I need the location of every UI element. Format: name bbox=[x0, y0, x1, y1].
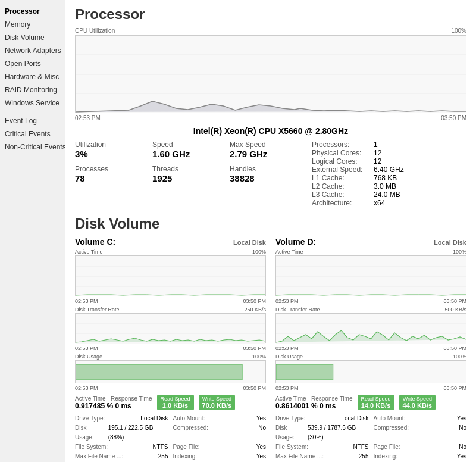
volume-c-auto-mount: Auto Mount: Yes bbox=[173, 414, 267, 423]
volume-c-active-time-stat: Active Time Response Time 0.917485 % 0 m… bbox=[75, 395, 152, 410]
sidebar-item-non-critical-events[interactable]: Non-Critical Events bbox=[0, 141, 65, 154]
volume-c-stats-row: Active Time Response Time 0.917485 % 0 m… bbox=[75, 395, 266, 410]
volume-d-active-stat-label: Active Time Response Time bbox=[275, 395, 353, 402]
volume-d-read-speed-box: Read Speed 14.0 KB/s bbox=[358, 395, 394, 410]
volume-d-info-grid: Drive Type: Local Disk Auto Mount: Yes D… bbox=[275, 414, 466, 462]
sidebar-item-critical-events[interactable]: Critical Events bbox=[0, 127, 65, 141]
detail-logical-cores: Logical Cores: 12 bbox=[312, 157, 466, 166]
processor-title: Processor bbox=[75, 6, 466, 23]
volume-d-active-time-label: Active Time bbox=[275, 249, 303, 255]
volume-c-active-time-bottom: 02:53 PM 03:50 PM bbox=[75, 298, 266, 304]
detail-l2-label: L2 Cache: bbox=[312, 182, 371, 191]
volume-d-active-time-max: 100% bbox=[453, 249, 466, 255]
svg-rect-21 bbox=[276, 364, 333, 380]
volume-d-read-value: 14.0 KB/s bbox=[361, 402, 391, 409]
volume-c-usage-chart bbox=[75, 360, 266, 383]
volume-c-write-value: 70.0 KB/s bbox=[202, 402, 232, 409]
cpu-details: Processors: 1 Physical Cores: 12 Logical… bbox=[312, 141, 466, 207]
volume-d-xstart: 02:53 PM bbox=[275, 298, 299, 304]
volume-c-read-label: Read Speed bbox=[161, 396, 190, 402]
volume-c-active-time-chart bbox=[75, 255, 266, 296]
volume-d-max-file: Max File Name ...: 255 bbox=[275, 452, 369, 461]
volume-d-usage-chart bbox=[275, 360, 466, 383]
volume-d-active-time-chart bbox=[275, 255, 466, 296]
volume-d-transfer-wrapper: Disk Transfer Rate 500 KB/s 02: bbox=[275, 307, 466, 351]
detail-arch-label: Architecture: bbox=[312, 199, 371, 207]
detail-logical-cores-label: Logical Cores: bbox=[312, 157, 371, 166]
volume-d-name: Volume D: bbox=[275, 237, 316, 246]
detail-l1-value: 768 KB bbox=[374, 174, 397, 182]
volume-c-usage-xstart: 02:53 PM bbox=[75, 385, 98, 391]
volume-d-transfer-xstart: 02:53 PM bbox=[275, 345, 299, 351]
cpu-chart-xend: 03:50 PM bbox=[441, 115, 466, 121]
volume-d-transfer-bottom: 02:53 PM 03:50 PM bbox=[275, 345, 466, 351]
volume-d-title: Volume D: Local Disk bbox=[275, 237, 466, 246]
cpu-name: Intel(R) Xeon(R) CPU X5660 @ 2.80GHz bbox=[75, 126, 466, 136]
volume-c-read-speed-box: Read Speed 1.0 KB/s bbox=[157, 395, 194, 410]
svg-rect-8 bbox=[76, 314, 265, 344]
sidebar-item-event-log[interactable]: Event Log bbox=[0, 114, 65, 127]
max-speed-stat: Max Speed 2.79 GHz bbox=[230, 141, 289, 159]
volume-d-transfer-labels: Disk Transfer Rate 500 KB/s bbox=[275, 307, 466, 313]
volume-c-drive-type: Drive Type: Local Disk bbox=[75, 414, 168, 423]
volume-d-usage-bottom: 02:53 PM 03:50 PM bbox=[275, 385, 466, 391]
sidebar-item-hardware-misc[interactable]: Hardware & Misc bbox=[0, 70, 65, 83]
volume-c-xend: 03:50 PM bbox=[243, 298, 266, 304]
volume-c-active-time-wrapper: Active Time 100% 02:53 PM bbox=[75, 249, 266, 304]
threads-stat: Threads 1925 bbox=[152, 165, 212, 183]
volume-d-usage-wrapper: Disk Usage 100% 02:53 PM 03:50 PM bbox=[275, 354, 466, 391]
utilization-value: 3% bbox=[75, 149, 134, 159]
detail-arch-value: x64 bbox=[374, 199, 385, 207]
detail-external-speed: External Speed: 6.40 GHz bbox=[312, 166, 466, 174]
volume-d-page-file: Page File: No bbox=[374, 442, 467, 452]
cpu-stats-row1: Utilization 3% Speed 1.60 GHz Max Speed … bbox=[75, 141, 312, 159]
volume-c-page-file: Page File: Yes bbox=[173, 442, 267, 452]
volume-c-xstart: 02:53 PM bbox=[75, 298, 98, 304]
volume-d-drive-type: Drive Type: Local Disk bbox=[275, 414, 369, 423]
volume-d-type: Local Disk bbox=[434, 239, 466, 246]
sidebar-item-network-adapters[interactable]: Network Adapters bbox=[0, 44, 65, 57]
sidebar-item-open-ports[interactable]: Open Ports bbox=[0, 57, 65, 70]
volume-c-compressed: Compressed: No bbox=[173, 423, 267, 442]
volume-c-type: Local Disk bbox=[233, 239, 266, 246]
detail-physical-cores: Physical Cores: 12 bbox=[312, 149, 466, 157]
volume-d-write-label: Write Speed bbox=[403, 396, 433, 402]
volume-c-usage-bottom: 02:53 PM 03:50 PM bbox=[75, 385, 266, 391]
volume-c-transfer-max: 250 KB/s bbox=[244, 307, 266, 313]
volume-d-xend: 03:50 PM bbox=[443, 298, 466, 304]
volume-d-file-system: File System: NTFS bbox=[275, 442, 369, 452]
sidebar-item-windows-service[interactable]: Windows Service bbox=[0, 96, 65, 110]
max-speed-value: 2.79 GHz bbox=[230, 149, 289, 159]
threads-label: Threads bbox=[152, 165, 212, 173]
volume-c-transfer-bottom: 02:53 PM 03:50 PM bbox=[75, 345, 266, 351]
volume-d-transfer-xend: 03:50 PM bbox=[443, 345, 466, 351]
volume-c-transfer-xend: 03:50 PM bbox=[243, 345, 266, 351]
sidebar-item-processor[interactable]: Processor bbox=[0, 5, 65, 18]
detail-physical-cores-value: 12 bbox=[374, 149, 381, 157]
sidebar-item-raid-monitoring[interactable]: RAID Monitoring bbox=[0, 83, 65, 96]
processes-value: 78 bbox=[75, 173, 134, 183]
cpu-stats-row2: Processes 78 Threads 1925 Handles 38828 bbox=[75, 165, 312, 183]
max-speed-label: Max Speed bbox=[230, 141, 289, 149]
sidebar-item-disk-volume[interactable]: Disk Volume bbox=[0, 31, 65, 44]
disk-volume-section: Disk Volume Volume C: Local Disk Active … bbox=[75, 216, 466, 462]
volume-c-usage-max: 100% bbox=[252, 354, 266, 360]
cpu-chart-ymax: 100% bbox=[451, 27, 466, 34]
volume-c-active-stat-value: 0.917485 % 0 ms bbox=[75, 402, 152, 410]
volume-d-usage-xend: 03:50 PM bbox=[443, 385, 466, 391]
detail-l3-cache: L3 Cache: 24.0 MB bbox=[312, 191, 466, 199]
handles-value: 38828 bbox=[230, 173, 289, 183]
sidebar-item-memory[interactable]: Memory bbox=[0, 18, 65, 31]
volume-c-usage-labels: Disk Usage 100% bbox=[75, 354, 266, 360]
volume-d-compressed: Compressed: No bbox=[374, 423, 467, 442]
volume-c-disk-usage-info: Disk Usage: 195.1 / 222.5 GB (88%) bbox=[75, 423, 168, 442]
volume-d-active-time-bottom: 02:53 PM 03:50 PM bbox=[275, 298, 466, 304]
volume-c-file-system: File System: NTFS bbox=[75, 442, 168, 452]
volume-c-usage-wrapper: Disk Usage 100% 02:53 PM 03:50 PM bbox=[75, 354, 266, 391]
detail-l2-cache: L2 Cache: 3.0 MB bbox=[312, 182, 466, 191]
volume-d-transfer-label: Disk Transfer Rate bbox=[275, 307, 320, 313]
volumes-row: Volume C: Local Disk Active Time 100% bbox=[75, 237, 466, 462]
speed-stat: Speed 1.60 GHz bbox=[152, 141, 212, 159]
volume-c-transfer-labels: Disk Transfer Rate 250 KB/s bbox=[75, 307, 266, 313]
volume-d-stats-row: Active Time Response Time 0.8614001 % 0 … bbox=[275, 395, 466, 410]
